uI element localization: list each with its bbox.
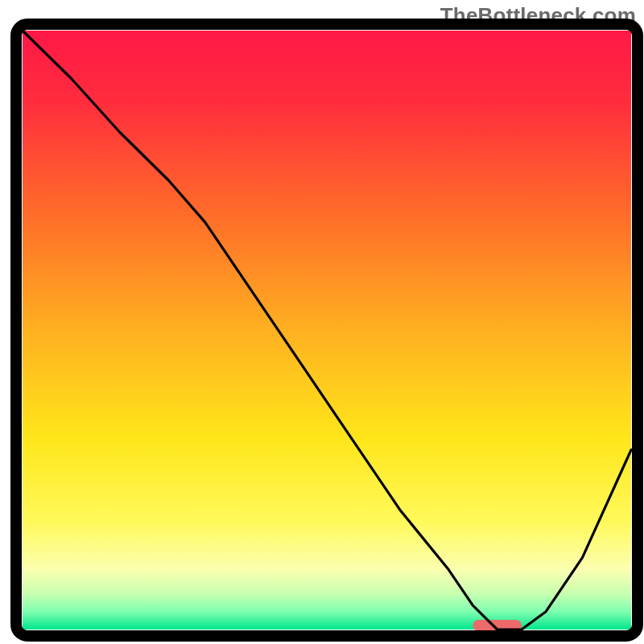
gradient-background — [23, 31, 631, 630]
bottleneck-chart — [0, 0, 644, 644]
chart-container: TheBottleneck.com — [0, 0, 644, 644]
